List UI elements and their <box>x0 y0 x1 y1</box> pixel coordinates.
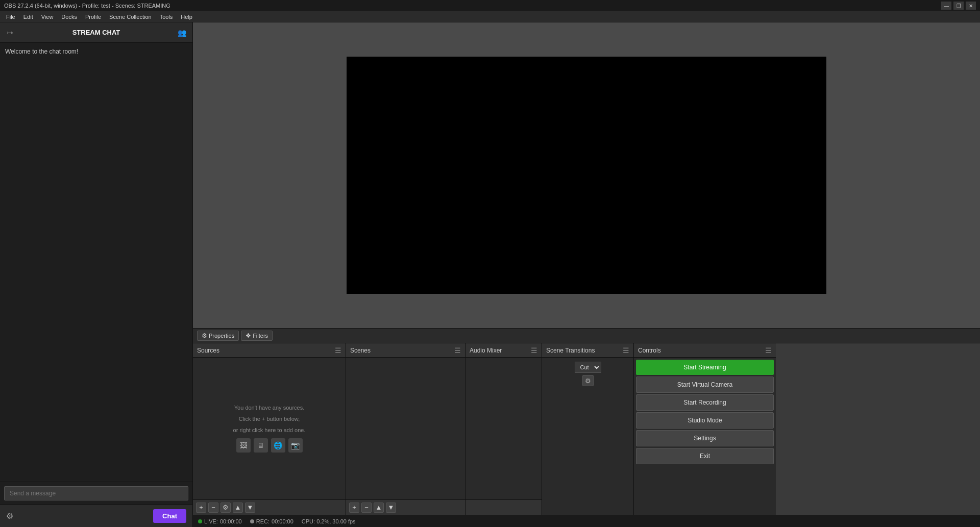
filters-label: Filters <box>253 333 268 339</box>
transitions-body: Cut ⚙ <box>542 358 633 515</box>
preview-canvas <box>347 57 826 294</box>
chat-header-icons: 👥 <box>177 28 187 38</box>
menu-item-profile[interactable]: Profile <box>81 13 105 21</box>
chat-bottom-bar: ⚙ Chat <box>0 505 192 527</box>
chat-send-button[interactable]: Chat <box>153 509 186 523</box>
properties-icon: ⚙ <box>202 332 207 339</box>
rec-label: REC: <box>256 518 270 524</box>
image-source-icon: 🖼 <box>236 438 251 453</box>
chat-panel: ↦ STREAM CHAT 👥 Welcome to the chat room… <box>0 22 193 527</box>
audio-mixer-panel: Audio Mixer ☰ <box>465 343 542 515</box>
restore-button[interactable]: ❐ <box>953 2 964 10</box>
sources-icon-row: 🖼 🖥 🌐 📷 <box>236 438 303 453</box>
camera-source-icon: 📷 <box>288 438 303 453</box>
scenes-move-down-button[interactable]: ▼ <box>386 503 396 513</box>
bottom-section: ⚙ Properties ❖ Filters Sources ☰ <box>193 328 980 527</box>
scenes-header: Scenes ☰ <box>346 343 465 358</box>
transitions-header: Scene Transitions ☰ <box>542 343 633 358</box>
studio-mode-button[interactable]: Studio Mode <box>636 412 774 429</box>
browser-source-icon: 🌐 <box>271 438 285 453</box>
scenes-footer: + − ▲ ▼ <box>346 499 465 515</box>
transition-type-select[interactable]: Cut <box>575 362 601 373</box>
audio-body <box>465 358 542 499</box>
sources-empty-line1: You don't have any sources. <box>234 405 304 411</box>
filters-button[interactable]: ❖ Filters <box>241 331 273 341</box>
scenes-menu-icon[interactable]: ☰ <box>454 346 461 355</box>
scenes-move-up-button[interactable]: ▲ <box>374 503 384 513</box>
menubar: FileEditViewDocksProfileScene Collection… <box>0 11 980 22</box>
start-virtual-camera-button[interactable]: Start Virtual Camera <box>636 377 774 393</box>
controls-panel: Controls ☰ Start Streaming Start Virtual… <box>634 343 776 515</box>
menu-item-tools[interactable]: Tools <box>156 13 177 21</box>
menu-item-docks[interactable]: Docks <box>57 13 81 21</box>
sources-move-up-button[interactable]: ▲ <box>233 503 243 513</box>
scenes-remove-button[interactable]: − <box>361 503 372 513</box>
controls-menu-icon[interactable]: ☰ <box>765 346 772 355</box>
controls-body: Start Streaming Start Virtual Camera Sta… <box>634 358 776 515</box>
scenes-panel: Scenes ☰ + − ▲ ▼ <box>346 343 465 515</box>
chat-settings-icon[interactable]: ⚙ <box>6 511 13 521</box>
live-status: LIVE: 00:00:00 <box>198 518 242 524</box>
chat-message-input[interactable] <box>4 486 188 500</box>
chat-welcome-message: Welcome to the chat room! <box>5 48 187 55</box>
sources-footer: + − ⚙ ▲ ▼ <box>193 499 346 515</box>
minimize-button[interactable]: — <box>941 2 951 10</box>
sources-empty-line3: or right click here to add one. <box>233 427 306 433</box>
sources-remove-button[interactable]: − <box>208 503 218 513</box>
settings-button[interactable]: Settings <box>636 430 774 446</box>
chat-panel-title: STREAM CHAT <box>72 29 120 36</box>
sources-header: Sources ☰ <box>193 343 346 358</box>
display-source-icon: 🖥 <box>254 438 268 453</box>
chat-input-area <box>0 482 192 505</box>
sources-panel: Sources ☰ You don't have any sources. Cl… <box>193 343 346 515</box>
main-layout: ↦ STREAM CHAT 👥 Welcome to the chat room… <box>0 22 980 527</box>
cpu-status: CPU: 0.2%, 30.00 fps <box>302 518 356 524</box>
audio-menu-icon[interactable]: ☰ <box>531 346 537 355</box>
sources-empty-state: You don't have any sources. Click the + … <box>193 358 346 499</box>
scenes-add-button[interactable]: + <box>349 503 359 513</box>
rec-status: REC: 00:00:00 <box>250 518 293 524</box>
filters-icon: ❖ <box>246 332 251 339</box>
live-time: 00:00:00 <box>220 518 242 524</box>
toolbar-row: ⚙ Properties ❖ Filters <box>193 328 980 343</box>
titlebar: OBS 27.2.4 (64-bit, windows) - Profile: … <box>0 0 980 11</box>
properties-label: Properties <box>209 333 234 339</box>
transitions-menu-icon[interactable]: ☰ <box>623 346 629 355</box>
rec-time: 00:00:00 <box>272 518 293 524</box>
scene-transitions-panel: Scene Transitions ☰ Cut ⚙ <box>542 343 634 515</box>
close-button[interactable]: ✕ <box>966 2 976 10</box>
statusbar: LIVE: 00:00:00 REC: 00:00:00 CPU: 0.2%, … <box>193 515 980 527</box>
preview-area <box>193 22 980 328</box>
exit-button[interactable]: Exit <box>636 448 774 464</box>
scenes-body <box>346 358 465 499</box>
sources-menu-icon[interactable]: ☰ <box>335 346 341 355</box>
menu-item-file[interactable]: File <box>2 13 19 21</box>
properties-button[interactable]: ⚙ Properties <box>197 331 239 341</box>
menu-item-help[interactable]: Help <box>177 13 197 21</box>
controls-header: Controls ☰ <box>634 343 776 358</box>
start-streaming-button[interactable]: Start Streaming <box>636 360 774 375</box>
controls-title: Controls <box>638 347 661 354</box>
transition-settings-button[interactable]: ⚙ <box>582 375 594 386</box>
audio-header: Audio Mixer ☰ <box>465 343 542 358</box>
sources-body: You don't have any sources. Click the + … <box>193 358 346 499</box>
center-right: ⚙ Properties ❖ Filters Sources ☰ <box>193 22 980 527</box>
transitions-title: Scene Transitions <box>546 347 595 354</box>
sources-settings-button[interactable]: ⚙ <box>220 503 231 513</box>
panels-row: Sources ☰ You don't have any sources. Cl… <box>193 343 980 515</box>
menu-item-view[interactable]: View <box>37 13 58 21</box>
cpu-label: CPU: 0.2%, 30.00 fps <box>302 518 356 524</box>
sources-move-down-button[interactable]: ▼ <box>245 503 255 513</box>
sources-add-button[interactable]: + <box>196 503 206 513</box>
right-empty-panel <box>776 343 980 515</box>
start-recording-button[interactable]: Start Recording <box>636 394 774 411</box>
chat-manage-icon[interactable]: 👥 <box>177 28 187 38</box>
menu-item-scene collection[interactable]: Scene Collection <box>105 13 156 21</box>
chat-undock-icon[interactable]: ↦ <box>5 28 15 38</box>
audio-footer <box>465 499 542 515</box>
menu-item-edit[interactable]: Edit <box>19 13 37 21</box>
chat-header: ↦ STREAM CHAT 👥 <box>0 22 192 43</box>
titlebar-controls: — ❐ ✕ <box>941 2 976 10</box>
scenes-title: Scenes <box>350 347 371 354</box>
chat-messages: Welcome to the chat room! <box>0 43 192 482</box>
